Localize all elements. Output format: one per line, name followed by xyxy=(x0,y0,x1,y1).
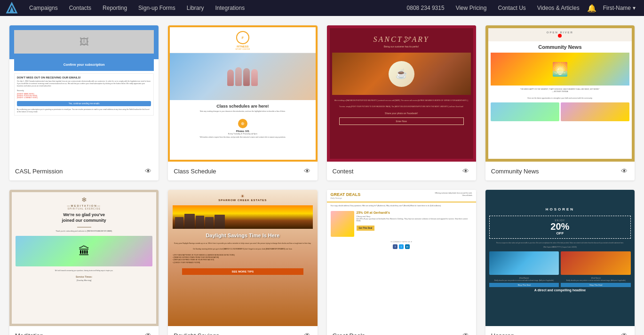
navigation: Campaigns Contacts Reporting Sign-up For… xyxy=(0,0,644,16)
template-card-class-schedule[interactable]: F FITNESS SPORT CENTER Class schedules a… xyxy=(168,25,317,180)
template-name-casl: CASL Permission xyxy=(15,168,63,175)
template-name-hosoren: Hosoren xyxy=(491,332,514,335)
chevron-down-icon: ▾ xyxy=(633,5,636,11)
nav-contacts[interactable]: Contacts xyxy=(64,0,97,16)
template-footer-fitness: Class Schedule 👁 xyxy=(168,162,317,180)
template-card-daylight[interactable]: ☀ SPARROW CREEK ESTATES Daylight Savings… xyxy=(168,190,317,335)
template-footer-meditation: Meditation 👁 xyxy=(9,326,159,335)
template-footer-daylight: Daylight Savings 👁 xyxy=(168,326,317,335)
template-footer-hosoren: Hosoren 👁 xyxy=(485,326,635,335)
contact-us-link[interactable]: Contact Us xyxy=(493,5,530,11)
nav-integrations[interactable]: Integrations xyxy=(209,0,250,16)
template-footer-community: Community News 👁 xyxy=(485,162,635,180)
template-preview-community: OPEN RIVER Community News 🌅 "I'VE BEEN H… xyxy=(485,25,635,162)
template-card-hosoren[interactable]: HOSOREN ENJOY 20% OFF This is a coupon t… xyxy=(485,190,635,335)
nav-right: 0808 234 9315 View Pricing Contact Us Vi… xyxy=(402,2,639,14)
template-preview-contest: SANCT🕊ARY Being our customer has its per… xyxy=(327,25,476,162)
nav-signup-forms[interactable]: Sign-up Forms xyxy=(133,0,181,16)
template-name-community: Community News xyxy=(491,168,539,175)
template-name-deals: Great Deals xyxy=(333,332,365,335)
nav-library[interactable]: Library xyxy=(181,0,210,16)
videos-articles-link[interactable]: Videos & Articles xyxy=(533,5,584,11)
preview-eye-icon-casl[interactable]: 👁 xyxy=(143,166,153,176)
nav-campaigns[interactable]: Campaigns xyxy=(24,0,64,16)
template-grid: 🖼 Confirm your subscription DON'T MISS O… xyxy=(0,16,644,335)
preview-eye-icon-meditation[interactable]: 👁 xyxy=(143,331,153,335)
template-card-meditation[interactable]: ❄ —MEDITATION— SPIRITUAL EXERCISE We're … xyxy=(9,190,159,335)
bell-icon[interactable]: 🔔 xyxy=(586,2,597,14)
template-preview-fitness: F FITNESS SPORT CENTER Class schedules a… xyxy=(168,25,317,162)
user-menu[interactable]: First-Name ▾ xyxy=(599,5,639,11)
preview-eye-icon-deals[interactable]: 👁 xyxy=(461,331,470,335)
template-name-daylight: Daylight Savings xyxy=(174,332,219,335)
template-name-fitness: Class Schedule xyxy=(174,168,216,175)
user-name: First-Name xyxy=(603,5,631,11)
template-footer-casl: CASL Permission 👁 xyxy=(9,162,159,180)
nav-items: Campaigns Contacts Reporting Sign-up For… xyxy=(24,0,402,16)
preview-eye-icon-fitness[interactable]: 👁 xyxy=(302,166,312,176)
template-preview-deals: GREAT DEALS Daily Savings Offering exclu… xyxy=(327,190,476,326)
preview-eye-icon-hosoren[interactable]: 👁 xyxy=(620,331,629,335)
logo[interactable] xyxy=(5,1,19,15)
template-preview-meditation: ❄ —MEDITATION— SPIRITUAL EXERCISE We're … xyxy=(9,190,159,326)
template-preview-hosoren: HOSOREN ENJOY 20% OFF This is a coupon t… xyxy=(485,190,635,326)
template-footer-deals: Great Deals 👁 xyxy=(327,326,476,335)
template-name-meditation: Meditation xyxy=(15,332,43,335)
template-card-casl[interactable]: 🖼 Confirm your subscription DON'T MISS O… xyxy=(9,25,159,180)
template-name-contest: Contest xyxy=(333,168,354,175)
template-card-deals[interactable]: GREAT DEALS Daily Savings Offering exclu… xyxy=(327,190,476,335)
template-footer-contest: Contest 👁 xyxy=(327,162,476,180)
view-pricing-link[interactable]: View Pricing xyxy=(451,5,492,11)
template-card-community[interactable]: OPEN RIVER Community News 🌅 "I'VE BEEN H… xyxy=(485,25,635,180)
template-preview-casl: 🖼 Confirm your subscription DON'T MISS O… xyxy=(9,25,159,162)
preview-eye-icon-community[interactable]: 👁 xyxy=(620,166,629,176)
phone-number: 0808 234 9315 xyxy=(402,5,449,11)
nav-reporting[interactable]: Reporting xyxy=(97,0,133,16)
preview-eye-icon-contest[interactable]: 👁 xyxy=(461,166,470,176)
preview-eye-icon-daylight[interactable]: 👁 xyxy=(302,331,312,335)
template-card-contest[interactable]: SANCT🕊ARY Being our customer has its per… xyxy=(327,25,476,180)
template-preview-sparrow: ☀ SPARROW CREEK ESTATES Daylight Savings… xyxy=(168,190,317,326)
